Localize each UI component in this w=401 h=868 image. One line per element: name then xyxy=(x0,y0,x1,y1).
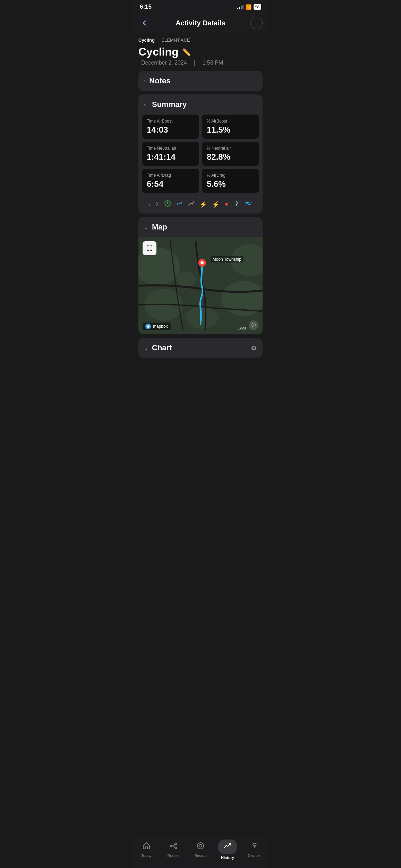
svg-point-13 xyxy=(200,261,204,264)
chart-header[interactable]: ⌄ Chart ⚙ xyxy=(138,338,263,358)
breadcrumb-active: Cycling xyxy=(138,37,155,43)
svg-point-2 xyxy=(236,204,237,206)
nav-item-routes[interactable]: Routes xyxy=(163,842,184,858)
wind-icon[interactable] xyxy=(245,200,253,209)
stat-pct-airboost-label: % AirBoost xyxy=(207,119,254,124)
back-button[interactable] xyxy=(138,17,151,29)
map-chevron: ⌄ xyxy=(144,224,148,231)
routes-icon xyxy=(169,842,178,852)
notes-chevron: › xyxy=(144,78,146,84)
nav-item-record[interactable]: Record xyxy=(190,842,211,858)
summary-chevron: ⌄ xyxy=(143,102,150,107)
nav-item-devices[interactable]: Devices xyxy=(244,842,265,858)
stat-time-airdrag-value: 6:54 xyxy=(147,179,194,189)
history-icon xyxy=(223,843,232,852)
stat-pct-airdrag-value: 5.6% xyxy=(207,179,254,189)
svg-point-16 xyxy=(175,847,177,849)
stat-time-airboost-value: 14:03 xyxy=(147,125,194,135)
summary-section: ⌄ Summary Time AirBoost 14:03 % AirBoost… xyxy=(138,94,263,214)
map-place-label: Moon Township xyxy=(211,256,244,262)
map-info-button[interactable]: ⓘ xyxy=(249,320,258,330)
home-icon xyxy=(142,842,151,852)
history-nav-bg xyxy=(218,840,237,854)
activity-date-text: December 2, 2024 xyxy=(141,60,187,66)
edit-activity-button[interactable]: ✏️ xyxy=(182,48,191,56)
nav-label-record: Record xyxy=(194,853,206,858)
stat-time-airboost: Time AirBoost 14:03 xyxy=(142,115,199,139)
stat-pct-neutral-value: 82.8% xyxy=(207,152,254,162)
notes-section: › Notes xyxy=(138,71,263,91)
nav-item-today[interactable]: Today xyxy=(136,842,157,858)
wifi-icon: 📶 xyxy=(246,4,251,10)
map-expand-button[interactable] xyxy=(143,241,156,255)
mapbox-logo: ⊕ mapbox xyxy=(143,323,171,330)
stat-pct-neutral: % Neutral air 82.8% xyxy=(202,142,259,166)
temperature-icon[interactable] xyxy=(233,200,240,209)
bolt-purple-icon[interactable]: ⚡ xyxy=(212,201,220,208)
svg-point-18 xyxy=(199,844,202,847)
clock-icon[interactable] xyxy=(164,200,171,209)
status-time: 6:15 xyxy=(140,3,152,10)
stat-time-airdrag: Time AirDrag 6:54 xyxy=(142,169,199,193)
summary-title: Summary xyxy=(152,100,187,109)
metric-prev-button[interactable]: ‹ xyxy=(148,201,151,208)
map-section: ⌄ Map xyxy=(138,217,263,334)
svg-point-19 xyxy=(254,846,256,848)
map-title: Map xyxy=(152,223,167,232)
bolt-orange-icon[interactable]: ⚡ xyxy=(199,201,207,208)
battery-icon: 58 xyxy=(254,4,261,10)
page-title: Activity Details xyxy=(176,19,225,27)
stat-pct-airdrag: % AirDrag 5.6% xyxy=(202,169,259,193)
mapbox-icon: ⊕ xyxy=(145,324,151,329)
metric-icon-row: ‹ Σ ⚡ ⚡ ♥ xyxy=(138,197,263,214)
summary-header[interactable]: ⌄ Summary xyxy=(138,94,263,115)
svg-point-15 xyxy=(175,843,177,845)
record-icon xyxy=(196,842,205,852)
mapbox-label: mapbox xyxy=(153,324,168,329)
svg-point-17 xyxy=(197,843,204,849)
nav-label-today: Today xyxy=(141,853,151,858)
activity-time-text: 1:58 PM xyxy=(203,60,223,66)
status-bar: 6:15 📶 58 xyxy=(133,0,268,12)
status-icons: 📶 58 xyxy=(237,4,261,10)
chart-chevron: ⌄ xyxy=(144,345,148,351)
nav-item-history[interactable]: History xyxy=(217,840,238,860)
nav-label-routes: Routes xyxy=(168,853,180,858)
sigma-icon[interactable]: Σ xyxy=(155,201,159,208)
breadcrumb-separator: | xyxy=(157,37,159,43)
speed-icon[interactable] xyxy=(176,200,183,209)
svg-point-10 xyxy=(186,307,218,329)
header: Activity Details ⋮ xyxy=(133,12,268,33)
activity-date: December 2, 2024 | 1:58 PM xyxy=(138,60,263,66)
stat-pct-airboost-value: 11.5% xyxy=(207,125,254,135)
activity-title: Cycling xyxy=(138,45,179,58)
heart-icon[interactable]: ♥ xyxy=(224,201,228,208)
nav-label-devices: Devices xyxy=(248,853,261,858)
trend-icon[interactable] xyxy=(188,200,195,209)
chart-title: Chart xyxy=(152,343,172,352)
stat-pct-neutral-label: % Neutral air xyxy=(207,146,254,151)
stat-time-airboost-label: Time AirBoost xyxy=(147,119,194,124)
notes-header[interactable]: › Notes xyxy=(138,71,263,91)
devices-icon xyxy=(250,842,259,852)
more-options-button[interactable]: ⋮ xyxy=(250,17,263,29)
bottom-navigation: Today Routes Record xyxy=(133,836,268,868)
stat-time-neutral-label: Time Neutral air xyxy=(147,146,194,151)
stat-pct-airboost: % AirBoost 11.5% xyxy=(202,115,259,139)
stat-time-neutral-value: 1:41:14 xyxy=(147,152,194,162)
map-bottom-label: Cecil xyxy=(238,326,246,330)
map-container[interactable]: Moon Township ⊕ mapbox Cecil ⓘ xyxy=(138,237,263,334)
nav-label-history: History xyxy=(221,856,234,860)
notes-title: Notes xyxy=(149,76,170,85)
stat-pct-airdrag-label: % AirDrag xyxy=(207,173,254,178)
activity-title-row: Cycling ✏️ xyxy=(138,45,263,58)
chart-section: ⌄ Chart ⚙ xyxy=(138,338,263,358)
activity-date-sep: | xyxy=(194,60,197,66)
chart-settings-icon[interactable]: ⚙ xyxy=(251,344,257,352)
svg-point-11 xyxy=(177,272,196,287)
signal-icon xyxy=(237,5,244,9)
breadcrumb-device: ELEMNT ACE xyxy=(161,37,190,43)
map-header[interactable]: ⌄ Map xyxy=(138,217,263,237)
stats-grid: Time AirBoost 14:03 % AirBoost 11.5% Tim… xyxy=(138,115,263,197)
content-area: Cycling | ELEMNT ACE Cycling ✏️ December… xyxy=(133,33,268,400)
